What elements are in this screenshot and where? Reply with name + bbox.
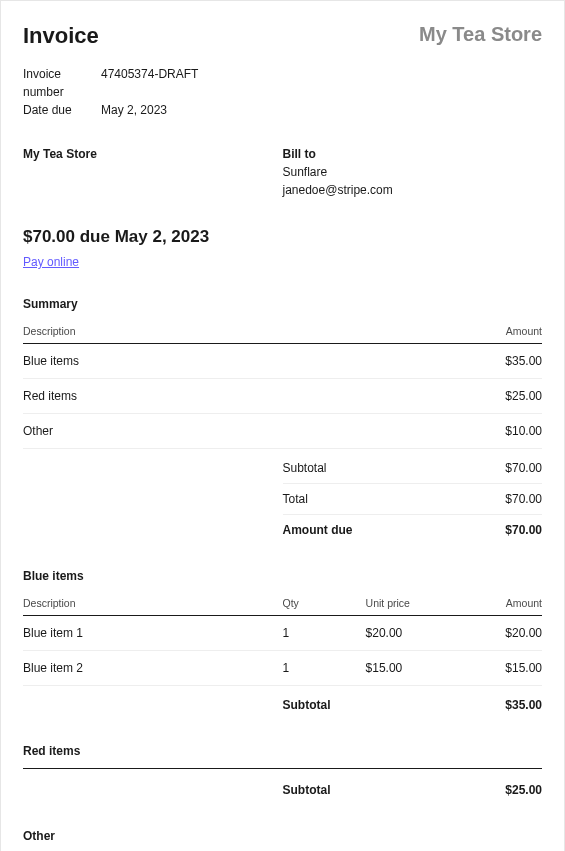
meta-row-invoice-number: Invoice number 47405374-DRAFT: [23, 65, 542, 101]
group-title: Blue items: [23, 569, 542, 583]
billto-party: Bill to Sunflare janedoe@stripe.com: [283, 147, 543, 199]
subtotal-label: Subtotal: [283, 698, 331, 712]
cell-desc: Blue item 1: [23, 616, 283, 651]
page-title: Invoice: [23, 23, 99, 49]
group-blue-items: Blue items Description Qty Unit price Am…: [23, 569, 542, 720]
total-row-amount-due: Amount due $70.00: [283, 515, 543, 545]
cell-amount: $20.00: [454, 616, 542, 651]
table-row: Other $10.00: [23, 414, 542, 449]
table-row: Red items $25.00: [23, 379, 542, 414]
cell-unit: $15.00: [366, 651, 454, 686]
summary-section: Summary Description Amount Blue items $3…: [23, 297, 542, 545]
total-value: $70.00: [505, 461, 542, 475]
group-table: Description Qty Unit price Amount Blue i…: [23, 593, 542, 686]
billto-name: Sunflare: [283, 163, 543, 181]
parties: My Tea Store Bill to Sunflare janedoe@st…: [23, 147, 542, 199]
billto-label: Bill to: [283, 147, 543, 161]
subtotal-value: $35.00: [505, 698, 542, 712]
subtotal-label: Subtotal: [283, 783, 331, 797]
total-label: Total: [283, 492, 308, 506]
pay-online-link[interactable]: Pay online: [23, 255, 79, 269]
summary-table: Description Amount Blue items $35.00 Red…: [23, 321, 542, 449]
col-description: Description: [23, 321, 337, 344]
col-unit-price: Unit price: [366, 593, 454, 616]
group-other: Other Description Qty Unit price Amount …: [23, 829, 542, 851]
cell-desc: Blue items: [23, 344, 337, 379]
summary-totals: Subtotal $70.00 Total $70.00 Amount due …: [283, 453, 543, 545]
meta-value: May 2, 2023: [101, 101, 167, 119]
invoice-meta: Invoice number 47405374-DRAFT Date due M…: [23, 65, 542, 119]
col-description: Description: [23, 593, 283, 616]
cell-desc: Other: [23, 414, 337, 449]
cell-desc: Red items: [23, 379, 337, 414]
meta-value: 47405374-DRAFT: [101, 65, 198, 101]
group-title: Red items: [23, 744, 542, 758]
group-subtotal: Subtotal $25.00: [283, 773, 543, 805]
group-title: Other: [23, 829, 542, 843]
from-party: My Tea Store: [23, 147, 283, 199]
amount-due-line: $70.00 due May 2, 2023: [23, 227, 542, 247]
total-value: $70.00: [505, 492, 542, 506]
total-row: Subtotal $70.00: [283, 453, 543, 484]
total-value: $70.00: [505, 523, 542, 537]
meta-row-date-due: Date due May 2, 2023: [23, 101, 542, 119]
cell-amount: $10.00: [337, 414, 542, 449]
cell-qty: 1: [283, 651, 366, 686]
table-row: Blue item 2 1 $15.00 $15.00: [23, 651, 542, 686]
from-label: My Tea Store: [23, 147, 283, 161]
cell-desc: Blue item 2: [23, 651, 283, 686]
cell-unit: $20.00: [366, 616, 454, 651]
col-amount: Amount: [454, 593, 542, 616]
cell-amount: $25.00: [337, 379, 542, 414]
subtotal-row: Subtotal $35.00: [283, 690, 543, 720]
billto-email: janedoe@stripe.com: [283, 181, 543, 199]
group-subtotal: Subtotal $35.00: [283, 690, 543, 720]
meta-label: Invoice number: [23, 65, 101, 101]
total-row: Total $70.00: [283, 484, 543, 515]
col-qty: Qty: [283, 593, 366, 616]
cell-amount: $15.00: [454, 651, 542, 686]
total-label: Amount due: [283, 523, 353, 537]
store-name: My Tea Store: [419, 23, 542, 46]
col-amount: Amount: [337, 321, 542, 344]
invoice-header: Invoice My Tea Store: [23, 23, 542, 49]
meta-label: Date due: [23, 101, 101, 119]
subtotal-value: $25.00: [505, 783, 542, 797]
total-label: Subtotal: [283, 461, 327, 475]
table-row: Blue items $35.00: [23, 344, 542, 379]
table-row: Blue item 1 1 $20.00 $20.00: [23, 616, 542, 651]
group-red-items: Red items Subtotal $25.00: [23, 744, 542, 805]
subtotal-row: Subtotal $25.00: [283, 773, 543, 805]
cell-amount: $35.00: [337, 344, 542, 379]
summary-title: Summary: [23, 297, 542, 311]
cell-qty: 1: [283, 616, 366, 651]
